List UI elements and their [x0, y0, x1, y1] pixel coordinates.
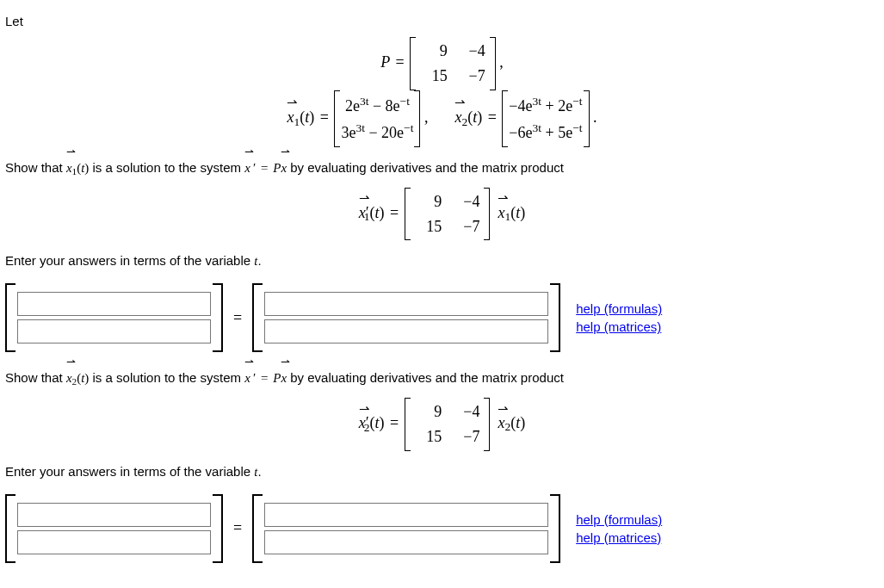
- x2-r1exp: 3t: [532, 95, 541, 108]
- P-matrix: 9 −4 15 −7: [410, 37, 496, 90]
- show1-text: Show that ⇀x1(t) is a solution to the sy…: [5, 158, 879, 179]
- lhs-matrix-1: [5, 283, 223, 352]
- x2-r2exp: 3t: [532, 121, 541, 134]
- hint2-period: .: [257, 464, 261, 479]
- answer-row-2: = help (formulas) help (matrices): [5, 494, 879, 563]
- lhs-matrix-2: [5, 494, 223, 563]
- show1-post: by evaluating derivatives and the matrix…: [290, 160, 564, 175]
- x1-r2b: − 20e: [365, 124, 404, 141]
- x1-r1b: − 8e: [368, 97, 399, 115]
- rhs-matrix-1: [252, 283, 560, 352]
- lhs2-input-2[interactable]: [17, 530, 211, 554]
- x1-prime-eq: ⇀x′1(t) = 9 −4 15 −7 ⇀x1(t): [5, 188, 879, 241]
- x1-r2exp2: −t: [404, 121, 413, 134]
- P-r2c2: −7: [454, 64, 489, 89]
- eq2-r1c2: −4: [449, 399, 484, 424]
- x2-prime-eq: ⇀x′2(t) = 9 −4 15 −7 ⇀x2(t): [5, 398, 879, 451]
- help-links-1: help (formulas) help (matrices): [576, 301, 662, 334]
- P-r2c1: 15: [417, 64, 451, 89]
- x1-r2exp: 3t: [355, 121, 365, 134]
- x1-r1exp2: −t: [400, 95, 410, 108]
- eq-sign-x2: =: [486, 108, 498, 126]
- x2-r2b: + 5e: [541, 124, 572, 141]
- x2-r2exp2: −t: [572, 121, 582, 134]
- show1-pre: Show that: [5, 160, 66, 175]
- comma-2: ,: [424, 108, 429, 126]
- rhs-matrix-2: [252, 494, 560, 563]
- defs-block: P = 9 −4 15 −7 , ⇀x1(t) = 2e3t − 8e−t 3e…: [5, 37, 879, 147]
- eq-sign-ans2: =: [230, 519, 245, 537]
- hint1: Enter your answers in terms of the varia…: [5, 251, 879, 271]
- x1-sym: ⇀x: [287, 108, 294, 127]
- x1-r2a: 3e: [341, 124, 355, 141]
- lhs1-input-1[interactable]: [17, 292, 211, 316]
- show2-pre: Show that: [5, 370, 66, 385]
- x2-r1b: + 2e: [541, 97, 572, 115]
- show1-mid: is a solution to the system: [93, 160, 245, 175]
- help-matrices-link-1[interactable]: help (matrices): [576, 319, 662, 334]
- hint2-text: Enter your answers in terms of the varia…: [5, 464, 254, 479]
- eq2-r2c2: −7: [449, 424, 484, 449]
- eq2-r1c1: 9: [411, 399, 446, 424]
- show2-post: by evaluating derivatives and the matrix…: [290, 370, 564, 385]
- rhs2-input-1[interactable]: [264, 503, 548, 527]
- eq-sign-ans1: =: [230, 309, 245, 327]
- hint1-text: Enter your answers in terms of the varia…: [5, 253, 254, 268]
- x2-r1a: −4e: [509, 97, 532, 115]
- eq1-r2c1: 15: [411, 214, 446, 239]
- eq-sign: =: [393, 53, 405, 71]
- intro-text: Let: [5, 14, 879, 28]
- eq1-r2c2: −7: [449, 214, 484, 239]
- rhs1-input-2[interactable]: [264, 319, 548, 344]
- x1-matrix: 2e3t − 8e−t 3e3t − 20e−t: [334, 90, 420, 147]
- x2-r2a: −6e: [509, 124, 532, 141]
- comma: ,: [499, 53, 504, 71]
- help-formulas-link-2[interactable]: help (formulas): [576, 512, 662, 527]
- rhs1-input-1[interactable]: [264, 292, 548, 316]
- lhs2-input-1[interactable]: [17, 503, 211, 527]
- x2-matrix: −4e3t + 2e−t −6e3t + 5e−t: [502, 90, 589, 147]
- x2-sym: ⇀x: [454, 108, 461, 127]
- x1-r1exp: 3t: [360, 95, 369, 108]
- help-formulas-link-1[interactable]: help (formulas): [576, 301, 662, 316]
- show2-mid: is a solution to the system: [93, 370, 245, 385]
- help-links-2: help (formulas) help (matrices): [576, 512, 662, 545]
- hint2: Enter your answers in terms of the varia…: [5, 461, 879, 482]
- P-label: P: [380, 53, 390, 71]
- eq1-r1c2: −4: [449, 189, 484, 214]
- help-matrices-link-2[interactable]: help (matrices): [576, 530, 662, 545]
- answer-row-1: = help (formulas) help (matrices): [5, 283, 879, 352]
- hint1-period: .: [257, 253, 261, 268]
- eq2-r2c1: 15: [411, 424, 446, 449]
- lhs1-input-2[interactable]: [17, 319, 211, 344]
- P-r1c2: −4: [454, 39, 489, 64]
- rhs2-input-2[interactable]: [264, 530, 548, 554]
- eq1-r1c1: 9: [411, 189, 446, 214]
- x2-r1exp2: −t: [572, 95, 582, 108]
- show2-text: Show that ⇀x2(t) is a solution to the sy…: [5, 368, 879, 389]
- eq-sign-x1: =: [318, 108, 331, 126]
- x1-r1a: 2e: [345, 97, 360, 115]
- period: .: [593, 108, 597, 126]
- P-r1c1: 9: [417, 39, 451, 64]
